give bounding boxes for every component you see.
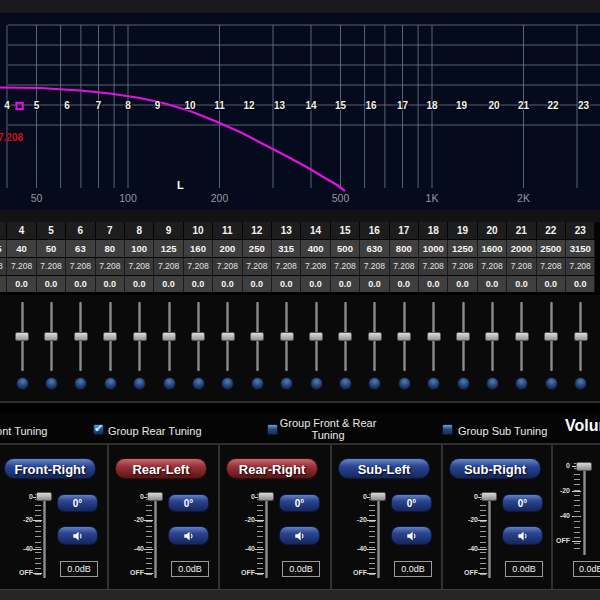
phase-button-sub-left[interactable]: 0°	[391, 494, 432, 512]
mute-button-sub-right[interactable]	[502, 526, 543, 545]
freq-cell: 125	[154, 240, 183, 257]
q-cell: 7.208	[7, 258, 36, 275]
band-slider-thumb[interactable]	[397, 332, 411, 341]
volume-scale-label: -40	[550, 512, 570, 520]
band-slider-thumb[interactable]	[427, 332, 441, 341]
channel-button-rear-right[interactable]: Rear-Right	[226, 458, 318, 479]
phase-button-rear-right[interactable]: 0°	[279, 494, 320, 512]
group-sub-tuning-checkbox[interactable]	[442, 424, 453, 435]
band-select-button[interactable]	[515, 377, 528, 390]
band-select-button[interactable]	[280, 377, 293, 390]
gain-cell: 0.0	[66, 276, 95, 292]
fader-scale-label: 0	[233, 493, 255, 501]
gain-cell: 0.0	[37, 276, 66, 292]
band-slider-thumb[interactable]	[15, 332, 29, 341]
channel-fader-thumb[interactable]	[147, 492, 163, 501]
channel-fader-track[interactable]	[154, 494, 157, 578]
fader-scale-label: 0	[122, 493, 144, 501]
volume-scale-label: 0	[550, 462, 570, 470]
band-slider-thumb[interactable]	[368, 332, 382, 341]
band-slider-thumb[interactable]	[515, 332, 529, 341]
band-number-cell: 21	[507, 222, 535, 239]
channel-fader-track[interactable]	[43, 494, 46, 578]
band-select-button[interactable]	[486, 377, 499, 390]
fader-scale-label: -20	[122, 516, 144, 524]
q-cell: 7.208	[96, 258, 125, 275]
graph-band-number: 19	[449, 100, 473, 112]
band-select-button[interactable]	[133, 377, 146, 390]
eq-band-table: 34567891011121314151617181920212223 31.5…	[0, 222, 600, 293]
band-slider-thumb[interactable]	[221, 332, 235, 341]
band-select-button[interactable]	[398, 377, 411, 390]
channel-button-sub-right[interactable]: Sub-Right	[449, 458, 541, 479]
channel-fader-thumb[interactable]	[370, 492, 386, 501]
graph-band-number: 6	[55, 100, 79, 112]
band-select-button[interactable]	[74, 377, 87, 390]
band-slider-thumb[interactable]	[544, 332, 558, 341]
channel-fader-thumb[interactable]	[36, 492, 52, 501]
band-slider-thumb[interactable]	[191, 332, 205, 341]
band-select-button[interactable]	[45, 377, 58, 390]
band-select-button[interactable]	[310, 377, 323, 390]
band-slider-thumb[interactable]	[338, 332, 352, 341]
q-cell: 7.208	[331, 258, 360, 275]
freq-cell: 1000	[419, 240, 448, 257]
band-slider-thumb[interactable]	[456, 332, 470, 341]
band-select-button[interactable]	[545, 377, 558, 390]
phase-button-front-right[interactable]: 0°	[57, 494, 98, 512]
group-rear-tuning-checkbox[interactable]: ✔	[93, 424, 104, 435]
channel-fader-thumb[interactable]	[481, 492, 497, 501]
band-slider-thumb[interactable]	[280, 332, 294, 341]
volume-scale-label: -20	[550, 487, 570, 495]
band-select-button[interactable]	[574, 377, 587, 390]
mute-button-rear-left[interactable]	[168, 526, 209, 545]
band-slider-thumb[interactable]	[485, 332, 499, 341]
band-slider-thumb[interactable]	[133, 332, 147, 341]
band-slider-thumb[interactable]	[250, 332, 264, 341]
band-select-button[interactable]	[339, 377, 352, 390]
band-select-button[interactable]	[163, 377, 176, 390]
channel-button-front-right[interactable]: Front-Right	[4, 458, 96, 479]
channel-strips: Front-Right0-20-40OFF0°0.0dBRear-Left0-2…	[0, 445, 600, 589]
section-divider	[0, 401, 600, 403]
channel-button-sub-left[interactable]: Sub-Left	[338, 458, 430, 479]
band-select-button[interactable]	[16, 377, 29, 390]
channel-fader-track[interactable]	[377, 494, 380, 578]
band-slider-thumb[interactable]	[103, 332, 117, 341]
band-select-button[interactable]	[192, 377, 205, 390]
mute-button-sub-left[interactable]	[391, 526, 432, 545]
mute-button-front-right[interactable]	[57, 526, 98, 545]
gain-readout-sub-left: 0.0dB	[394, 561, 432, 577]
band-slider-thumb[interactable]	[162, 332, 176, 341]
response-curve	[0, 88, 345, 192]
volume-fader-track[interactable]	[583, 463, 586, 555]
fader-scale-label: 0	[345, 493, 367, 501]
fader-ticks	[35, 494, 41, 576]
volume-fader-thumb[interactable]	[576, 462, 592, 471]
band-select-button[interactable]	[221, 377, 234, 390]
gain-cell: 0.0	[96, 276, 125, 292]
channel-fader-thumb[interactable]	[258, 492, 274, 501]
channel-button-rear-left[interactable]: Rear-Left	[115, 458, 207, 479]
group-front-rear-tuning-checkbox[interactable]	[267, 424, 278, 435]
band-select-button[interactable]	[104, 377, 117, 390]
graph-band-number: 21	[512, 100, 536, 112]
band-select-button[interactable]	[368, 377, 381, 390]
mute-button-rear-right[interactable]	[279, 526, 320, 545]
graph-band-number: 11	[208, 100, 232, 112]
channel-fader-track[interactable]	[265, 494, 268, 578]
band-slider-thumb[interactable]	[574, 332, 588, 341]
gain-readout-rear-left: 0.0dB	[171, 561, 209, 577]
channel-fader-track[interactable]	[488, 494, 491, 578]
band-select-button[interactable]	[427, 377, 440, 390]
band-select-button[interactable]	[457, 377, 470, 390]
band-slider-thumb[interactable]	[44, 332, 58, 341]
band-slider-thumb[interactable]	[309, 332, 323, 341]
graph-band-number: 12	[237, 100, 261, 112]
band-number-cell: 20	[478, 222, 506, 239]
phase-button-sub-right[interactable]: 0°	[502, 494, 543, 512]
phase-button-rear-left[interactable]: 0°	[168, 494, 209, 512]
graph-channel-label: L	[177, 179, 184, 191]
band-select-button[interactable]	[251, 377, 264, 390]
band-slider-thumb[interactable]	[74, 332, 88, 341]
